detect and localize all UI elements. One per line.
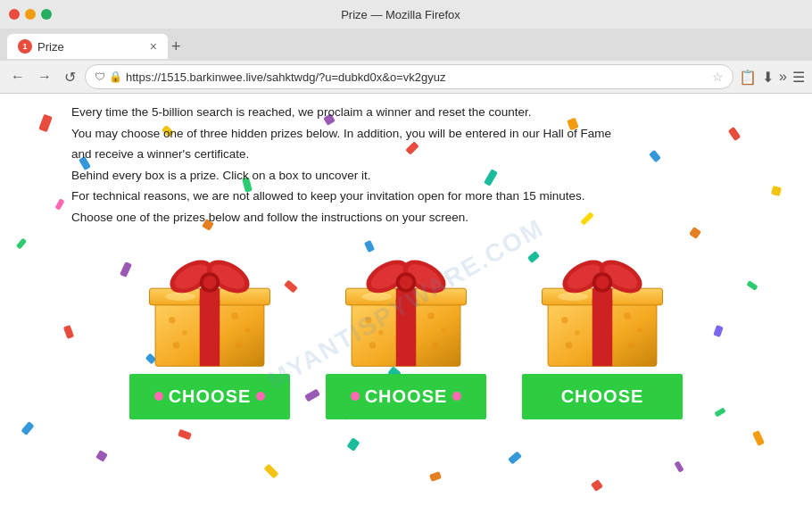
svg-point-35 <box>427 312 435 319</box>
svg-point-55 <box>637 327 642 333</box>
svg-point-13 <box>169 317 176 324</box>
text-line-5: For technical reasons, we are not allowe… <box>71 187 741 206</box>
svg-point-53 <box>566 342 573 349</box>
tab-label: Prize <box>37 40 64 54</box>
choose-btn-dot-2b <box>452 392 461 401</box>
url-text[interactable]: https://1515.barkinwee.live/sahktwdg/?u=… <box>126 70 708 84</box>
pocket-button[interactable]: 📋 <box>739 69 757 86</box>
text-section: Every time the 5-billion search is reach… <box>0 94 812 228</box>
tab-bar: 1 Prize × + <box>0 29 812 61</box>
svg-point-33 <box>378 330 384 336</box>
svg-point-31 <box>400 276 413 289</box>
tab-close-button[interactable]: × <box>150 39 157 54</box>
gift-box-2[interactable] <box>335 236 477 370</box>
choose-btn-dot-2 <box>351 392 360 401</box>
svg-point-57 <box>558 292 588 300</box>
gift-box-3[interactable] <box>531 236 674 370</box>
menu-button[interactable]: ☰ <box>792 69 805 86</box>
choose-button-3[interactable]: CHOOSE <box>522 374 683 419</box>
gift-item-2: CHOOSE <box>326 236 486 419</box>
svg-rect-24 <box>396 299 417 366</box>
svg-point-14 <box>182 330 187 336</box>
svg-point-15 <box>173 342 180 349</box>
gifts-section: CHOOSE <box>0 236 812 419</box>
choose-button-1[interactable]: CHOOSE <box>129 374 290 419</box>
page-content: Every time the 5-billion search is reach… <box>0 94 812 514</box>
window-controls[interactable] <box>9 9 52 20</box>
minimize-window-button[interactable] <box>25 9 36 20</box>
reload-button[interactable]: ↺ <box>61 67 79 87</box>
choose-label-3: CHOOSE <box>561 386 644 407</box>
text-line-3: and receive a winner's certificate. <box>71 145 741 164</box>
new-tab-button[interactable]: + <box>171 37 181 56</box>
svg-point-18 <box>236 342 243 349</box>
maximize-window-button[interactable] <box>41 9 52 20</box>
gift-item-3: CHOOSE <box>522 236 683 419</box>
svg-rect-43 <box>592 299 613 366</box>
svg-point-12 <box>203 276 217 289</box>
address-bar: ← → ↺ 🛡 🔒 https://1515.barkinwee.live/sa… <box>0 61 812 93</box>
svg-point-50 <box>596 276 609 289</box>
tab-favicon: 1 <box>18 39 32 54</box>
lock-icon: 🔒 <box>109 70 122 83</box>
download-button[interactable]: ⬇ <box>762 69 774 86</box>
svg-point-54 <box>624 312 631 319</box>
choose-button-2[interactable]: CHOOSE <box>326 374 486 419</box>
svg-point-16 <box>231 312 238 319</box>
svg-point-38 <box>361 292 392 300</box>
text-line-1: Every time the 5-billion search is reach… <box>71 103 741 122</box>
svg-point-51 <box>561 317 568 324</box>
gift-box-1[interactable] <box>138 236 281 370</box>
text-line-4: Behind every box is a prize. Click on a … <box>71 166 741 186</box>
svg-point-37 <box>432 342 439 349</box>
svg-point-56 <box>628 342 635 349</box>
window-title: Prize — Mozilla Firefox <box>52 8 750 21</box>
active-tab[interactable]: 1 Prize × <box>7 34 168 59</box>
gift-svg-2 <box>335 236 477 370</box>
shield-icon: 🛡 <box>95 70 105 83</box>
svg-point-52 <box>575 330 580 336</box>
svg-point-36 <box>441 327 446 333</box>
extensions-button[interactable]: » <box>779 69 787 85</box>
svg-point-17 <box>244 327 250 333</box>
forward-button[interactable]: → <box>34 67 55 87</box>
gift-svg-3 <box>531 236 674 370</box>
close-window-button[interactable] <box>9 9 20 20</box>
svg-rect-4 <box>200 299 220 366</box>
svg-point-19 <box>165 292 195 300</box>
choose-label-2: CHOOSE <box>365 386 448 407</box>
choose-btn-dot-1b <box>256 392 265 401</box>
address-input-wrap[interactable]: 🛡 🔒 https://1515.barkinwee.live/sahktwdg… <box>85 64 733 89</box>
toolbar-right: 📋 ⬇ » ☰ <box>739 69 805 86</box>
back-button[interactable]: ← <box>7 67 29 87</box>
svg-point-34 <box>369 342 377 349</box>
choose-btn-dot-1 <box>154 392 163 401</box>
text-line-2: You may choose one of three hidden prize… <box>71 124 741 144</box>
gift-svg-1 <box>138 236 281 370</box>
gift-item-1: CHOOSE <box>129 236 290 419</box>
text-line-6: Choose one of the prizes below and follo… <box>71 208 741 228</box>
choose-label-1: CHOOSE <box>169 386 252 407</box>
title-bar: Prize — Mozilla Firefox <box>0 0 812 29</box>
bookmark-star-icon[interactable]: ☆ <box>712 70 724 84</box>
svg-point-32 <box>365 317 372 324</box>
browser-chrome: Prize — Mozilla Firefox 1 Prize × + ← → … <box>0 0 812 94</box>
favicon-badge: 1 <box>22 42 27 51</box>
